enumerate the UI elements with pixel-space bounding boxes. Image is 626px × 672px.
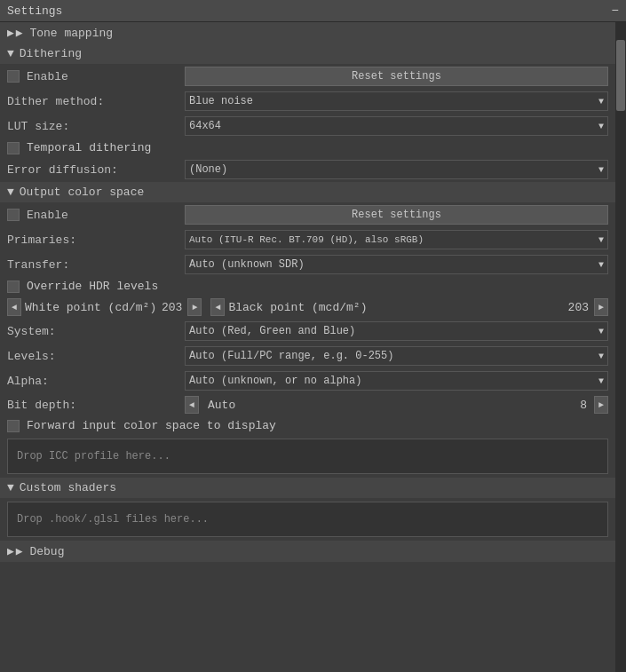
dither-method-control: Blue noise ▼: [185, 91, 608, 111]
lut-size-control: 64x64 ▼: [185, 116, 608, 136]
white-point-right-btn[interactable]: ►: [187, 298, 202, 316]
dithering-enable-row: Enable Reset settings: [0, 64, 615, 89]
levels-arrow-icon: ▼: [598, 352, 604, 361]
lut-size-value: 64x64: [189, 120, 221, 132]
transfer-control: Auto (unknown SDR) ▼: [185, 255, 608, 274]
tone-mapping-arrow: ▶: [7, 26, 14, 40]
output-colorspace-header[interactable]: ▼ Output color space: [0, 182, 615, 202]
system-label: System:: [7, 325, 185, 338]
custom-shaders-header[interactable]: ▼ Custom shaders: [0, 478, 615, 498]
icc-drop-zone[interactable]: Drop ICC profile here...: [7, 439, 608, 474]
alpha-select[interactable]: Auto (unknown, or no alpha) ▼: [185, 371, 608, 391]
close-button[interactable]: −: [612, 4, 619, 18]
override-hdr-row: Override HDR levels: [0, 277, 615, 296]
debug-arrow: ▶: [7, 544, 14, 558]
glsl-drop-placeholder: Drop .hook/.glsl files here...: [17, 513, 209, 526]
debug-header[interactable]: ▶ ▶ Debug: [0, 541, 615, 562]
system-select[interactable]: Auto (Red, Green and Blue) ▼: [185, 321, 608, 341]
levels-label: Levels:: [7, 350, 185, 363]
error-diffusion-value: (None): [189, 163, 227, 176]
black-point-value: 203: [568, 301, 589, 314]
dithering-label: Dithering: [20, 47, 82, 60]
dither-method-row: Dither method: Blue noise ▼: [0, 89, 615, 114]
levels-select[interactable]: Auto (Full/PC range, e.g. 0-255) ▼: [185, 346, 608, 366]
bit-depth-value: Auto: [208, 399, 573, 412]
glsl-drop-zone[interactable]: Drop .hook/.glsl files here...: [7, 502, 608, 537]
black-point-label: Black point (mcd/m²): [228, 301, 367, 314]
error-diffusion-control: (None) ▼: [185, 160, 608, 179]
ocs-enable-label-container: Enable: [7, 209, 185, 222]
alpha-arrow-icon: ▼: [598, 376, 604, 386]
levels-row: Levels: Auto (Full/PC range, e.g. 0-255)…: [0, 344, 615, 368]
dithering-reset-button[interactable]: Reset settings: [185, 67, 608, 86]
main-panel: ▶ ▶ Tone mapping ▼ Dithering Enable Rese…: [0, 22, 615, 672]
tone-mapping-label: ▶ Tone mapping: [16, 26, 113, 40]
white-point-label-container: ◄ White point (cd/m²): [7, 298, 158, 316]
dithering-enable-label: Enable: [27, 70, 68, 83]
alpha-row: Alpha: Auto (unknown, or no alpha) ▼: [0, 368, 615, 393]
bit-depth-left-btn[interactable]: ◄: [185, 396, 199, 414]
black-point-right-btn[interactable]: ►: [594, 298, 608, 316]
primaries-arrow-icon: ▼: [598, 235, 604, 245]
forward-input-checkbox[interactable]: [7, 420, 20, 432]
override-hdr-checkbox[interactable]: [7, 281, 20, 293]
dithering-header[interactable]: ▼ Dithering: [0, 43, 615, 64]
bit-depth-control: ◄ Auto 8 ►: [185, 396, 608, 414]
bit-depth-spinner: ◄ Auto 8 ►: [185, 396, 608, 414]
bit-depth-label: Bit depth:: [7, 399, 185, 412]
bit-depth-right-btn[interactable]: ►: [594, 396, 608, 414]
dither-method-select[interactable]: Blue noise ▼: [185, 91, 608, 111]
lut-size-label: LUT size:: [7, 120, 185, 133]
levels-control: Auto (Full/PC range, e.g. 0-255) ▼: [185, 346, 608, 366]
temporal-dithering-checkbox[interactable]: [7, 142, 20, 154]
output-colorspace-arrow: ▼: [7, 186, 14, 199]
primaries-value: Auto (ITU-R Rec. BT.709 (HD), also sRGB): [189, 234, 424, 245]
tone-mapping-header[interactable]: ▶ ▶ Tone mapping: [0, 22, 615, 43]
white-point-value: 203: [162, 301, 182, 314]
error-diffusion-select[interactable]: (None) ▼: [185, 160, 608, 179]
dithering-enable-label-container: Enable: [7, 70, 185, 83]
black-point-left-btn[interactable]: ◄: [210, 298, 225, 316]
black-point-label-container: ◄ Black point (mcd/m²): [210, 298, 367, 316]
scrollbar-thumb[interactable]: [616, 40, 625, 111]
transfer-arrow-icon: ▼: [598, 260, 604, 270]
output-colorspace-label: Output color space: [20, 186, 144, 199]
alpha-control: Auto (unknown, or no alpha) ▼: [185, 371, 608, 391]
dithering-arrow: ▼: [7, 47, 14, 60]
white-point-left-btn[interactable]: ◄: [7, 298, 21, 316]
primaries-label: Primaries:: [7, 233, 185, 247]
ocs-reset-button[interactable]: Reset settings: [185, 205, 608, 225]
system-control: Auto (Red, Green and Blue) ▼: [185, 321, 608, 341]
error-diffusion-label: Error diffusion:: [7, 163, 185, 177]
title-bar: Settings −: [0, 0, 626, 22]
transfer-select[interactable]: Auto (unknown SDR) ▼: [185, 255, 608, 274]
alpha-value: Auto (unknown, or no alpha): [189, 375, 361, 387]
lut-size-row: LUT size: 64x64 ▼: [0, 114, 615, 138]
debug-label: ▶ Debug: [16, 544, 65, 558]
custom-shaders-label: Custom shaders: [20, 481, 116, 494]
forward-input-row: Forward input color space to display: [0, 416, 615, 435]
forward-input-label: Forward input color space to display: [27, 419, 276, 432]
icc-drop-placeholder: Drop ICC profile here...: [17, 450, 170, 462]
dither-method-value: Blue noise: [189, 95, 253, 107]
primaries-row: Primaries: Auto (ITU-R Rec. BT.709 (HD),…: [0, 227, 615, 252]
error-diffusion-arrow-icon: ▼: [598, 165, 604, 175]
ocs-enable-checkbox[interactable]: [7, 209, 20, 221]
lut-size-select[interactable]: 64x64 ▼: [185, 116, 608, 136]
white-black-point-row: ◄ White point (cd/m²) 203 ► ◄ Black poin…: [0, 296, 615, 319]
transfer-value: Auto (unknown SDR): [189, 258, 305, 271]
override-hdr-label: Override HDR levels: [27, 280, 158, 293]
levels-value: Auto (Full/PC range, e.g. 0-255): [189, 350, 393, 362]
primaries-select[interactable]: Auto (ITU-R Rec. BT.709 (HD), also sRGB)…: [185, 230, 608, 249]
system-row: System: Auto (Red, Green and Blue) ▼: [0, 319, 615, 344]
window-title: Settings: [7, 4, 62, 18]
ocs-reset-container: Reset settings: [185, 205, 608, 225]
bit-depth-num: 8: [580, 399, 587, 412]
scrollbar[interactable]: [615, 22, 626, 672]
bit-depth-row: Bit depth: ◄ Auto 8 ►: [0, 393, 615, 416]
alpha-label: Alpha:: [7, 375, 185, 388]
settings-window: Settings − ▶ ▶ Tone mapping ▼ Dithering …: [0, 0, 626, 672]
dithering-enable-checkbox[interactable]: [7, 70, 20, 83]
transfer-row: Transfer: Auto (unknown SDR) ▼: [0, 252, 615, 277]
system-value: Auto (Red, Green and Blue): [189, 325, 355, 337]
